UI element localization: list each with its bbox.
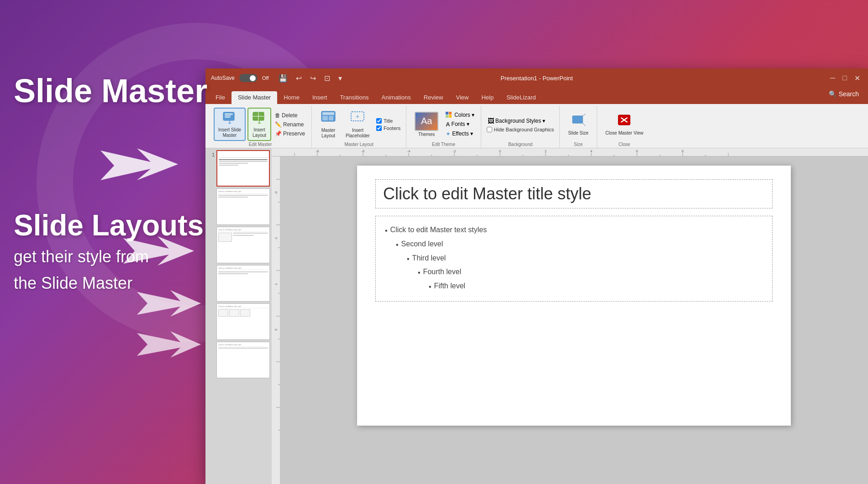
svg-rect-7 — [225, 117, 230, 118]
slide-thumb-1[interactable] — [216, 150, 270, 187]
undo-icon[interactable]: ↩ — [294, 73, 304, 84]
dropdown-icon[interactable]: ▾ — [336, 73, 344, 84]
insert-placeholder-label: InsertPlaceholder — [346, 128, 370, 139]
slide-size-label: Slide Size — [568, 130, 588, 136]
tab-transitions[interactable]: Transitions — [333, 91, 375, 104]
slideshow-icon[interactable]: ⊡ — [322, 73, 332, 84]
hide-background-input[interactable] — [487, 127, 492, 132]
themes-label: Themes — [418, 132, 435, 137]
background-group-label: Background — [508, 141, 532, 147]
slide-thumb-4[interactable]: Click to edit Master title style — [216, 265, 270, 302]
redo-icon[interactable]: ↪ — [308, 73, 318, 84]
edit-theme-label: Edit Theme — [432, 141, 455, 147]
svg-text:8: 8 — [682, 149, 684, 153]
themes-button[interactable]: Aa Themes — [411, 110, 442, 139]
slide-thumb-content-4: Click to edit Master title style — [218, 267, 268, 300]
slide-thumb-2[interactable]: Click to edit Master title style — [216, 188, 270, 225]
svg-rect-16 — [322, 112, 334, 115]
bullet-text-4: Fourth level — [423, 265, 462, 280]
rename-button[interactable]: ✏️ Rename — [273, 120, 307, 129]
svg-text:0: 0 — [499, 149, 501, 153]
delete-button[interactable]: 🗑 Delete — [273, 111, 307, 120]
slide-thumb-6[interactable]: Click to edit Master title style — [216, 342, 270, 378]
svg-text:-4: -4 — [407, 149, 410, 153]
tab-insert[interactable]: Insert — [306, 91, 334, 104]
tab-help[interactable]: Help — [475, 91, 500, 104]
svg-line-23 — [583, 123, 585, 126]
hide-background-checkbox[interactable]: Hide Background Graphics — [486, 126, 555, 133]
footers-checkbox-input[interactable] — [376, 125, 382, 131]
fonts-button[interactable]: A Fonts ▾ — [444, 120, 476, 129]
rename-label: Rename — [283, 121, 304, 128]
toggle-dot — [250, 75, 256, 81]
svg-rect-6 — [225, 115, 231, 116]
svg-text:3: 3 — [274, 328, 278, 331]
tab-slide-master[interactable]: Slide Master — [231, 91, 277, 104]
close-master-view-label: Close Master View — [605, 130, 643, 136]
thumb-title-area-1 — [219, 152, 268, 158]
thumb-boxes-3 — [218, 233, 268, 242]
slide-thumb-3[interactable]: Click to edit Master title style — [216, 227, 270, 263]
autosave-toggle[interactable] — [239, 74, 258, 82]
arrow3-icon — [130, 287, 203, 319]
title-checkbox[interactable]: Title — [375, 118, 401, 124]
rename-icon: ✏️ — [275, 121, 282, 128]
slide-thumb-wrap-4: Click to edit Master title style — [207, 265, 270, 302]
background-styles-icon: 🖼 — [488, 117, 494, 125]
title-checkbox-label: Title — [384, 118, 393, 124]
master-layout-button[interactable]: MasterLayout — [316, 109, 340, 141]
slide-canvas[interactable]: Click to edit Master title style • Click… — [357, 166, 791, 426]
tab-animations[interactable]: Animations — [375, 91, 417, 104]
color-sq-yellow — [449, 115, 452, 118]
svg-rect-57 — [272, 156, 280, 484]
svg-text:4: 4 — [590, 149, 593, 153]
svg-text:+: + — [356, 113, 359, 120]
title-checkbox-input[interactable] — [376, 118, 382, 124]
slide-content-placeholder[interactable]: • Click to edit Master text styles • Sec… — [375, 216, 773, 302]
tab-home[interactable]: Home — [277, 91, 306, 104]
title-bar-left: AutoSave Off 💾 ↩ ↪ ⊡ ▾ — [211, 73, 344, 84]
tab-view[interactable]: View — [449, 91, 475, 104]
maximize-icon[interactable]: □ — [840, 73, 849, 83]
tab-slidelizard[interactable]: SlideLizard — [500, 91, 542, 104]
slides-panel: 1 Click to edit Master title sty — [205, 148, 272, 484]
thumb-line-1a — [219, 159, 268, 160]
slide-size-svg — [571, 113, 586, 128]
tab-file[interactable]: File — [209, 91, 231, 104]
slide-size-button[interactable]: Slide Size — [564, 111, 592, 138]
thumb-line-4b — [218, 273, 248, 274]
slide-thumb-wrap-1: 1 — [207, 150, 270, 187]
insert-placeholder-button[interactable]: + InsertPlaceholder — [342, 109, 374, 141]
hide-background-label: Hide Background Graphics — [494, 127, 554, 132]
svg-rect-21 — [573, 116, 583, 123]
minimize-icon[interactable]: ─ — [828, 73, 837, 83]
close-icon[interactable]: ✕ — [852, 73, 863, 84]
slide-num-1: 1 — [207, 152, 215, 157]
effects-dropdown-icon: ▾ — [470, 130, 473, 137]
insert-slide-master-button[interactable]: Insert SlideMaster — [214, 108, 246, 141]
insert-layout-button[interactable]: InsertLayout — [247, 108, 271, 141]
tab-review[interactable]: Review — [417, 91, 450, 104]
search-label[interactable]: Search — [839, 90, 859, 98]
close-master-view-button[interactable]: Close Master View — [602, 111, 647, 138]
save-icon[interactable]: 💾 — [276, 73, 290, 84]
bullet-text-1: Click to edit Master text styles — [390, 224, 487, 238]
colors-button[interactable]: Colors ▾ — [444, 111, 476, 119]
preserve-button[interactable]: 📌 Preserve — [273, 130, 307, 138]
edit-master-buttons: Insert SlideMaster InsertLayout — [214, 108, 307, 141]
footers-checkbox[interactable]: Footers — [375, 125, 401, 131]
slide-title-placeholder[interactable]: Click to edit Master title style — [375, 179, 773, 208]
slide-master-svg-icon — [222, 110, 237, 124]
close-buttons: Close Master View — [602, 108, 647, 141]
svg-rect-18 — [329, 116, 333, 120]
effects-button[interactable]: ✦ Effects ▾ — [444, 130, 476, 138]
insert-layout-svg — [252, 110, 267, 124]
insert-slide-master-label: Insert SlideMaster — [218, 127, 241, 138]
thumb-line-3b — [233, 235, 254, 236]
background-styles-label: Background Styles — [495, 118, 541, 124]
insert-placeholder-icon: + — [350, 110, 365, 127]
background-styles-button[interactable]: 🖼 Background Styles ▾ — [486, 116, 555, 125]
slide-thumb-5[interactable]: Click to edit Master title style — [216, 303, 270, 340]
svg-text:6: 6 — [636, 149, 638, 153]
size-buttons: Slide Size — [564, 108, 592, 141]
